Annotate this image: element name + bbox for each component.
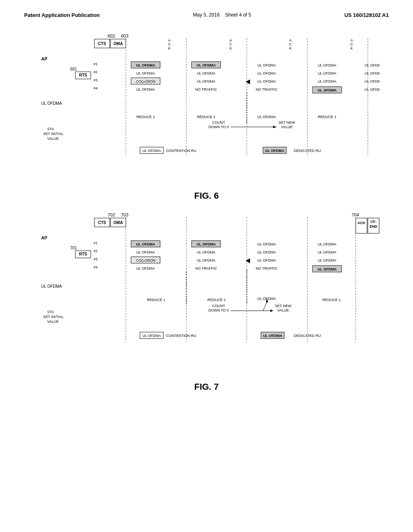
svg-text:RTS: RTS [79,252,87,256]
svg-text:ACK: ACK [357,221,365,225]
svg-text:UL OFDMA: UL OFDMA [257,115,276,119]
svg-text:UL OFDMA: UL OFDMA [136,71,155,75]
header-right: US 160/128102 A1 [344,12,389,18]
page-header: Patent Application Publication May 5, 20… [24,12,389,18]
header-left: Patent Application Publication [24,12,100,18]
svg-text:UL OFDMA: UL OFDMA [257,242,276,246]
svg-text:COUNT: COUNT [212,304,225,308]
svg-rect-85 [356,218,367,233]
svg-text:COUNT: COUNT [212,121,225,125]
svg-text:OMA: OMA [113,42,123,46]
svg-text:704: 704 [352,212,359,217]
svg-text:UL OFDMA: UL OFDMA [142,334,161,338]
svg-text:UL OFDMA: UL OFDMA [196,242,216,246]
svg-text:A: A [350,38,353,42]
header-center: May 5, 2016 Sheet 4 of 5 [193,12,251,18]
svg-text:UL OFDMA: UL OFDMA [136,250,155,254]
svg-text:UL OFDMA: UL OFDMA [265,149,284,153]
svg-text:C: C [229,42,232,46]
svg-text:#1: #1 [94,241,98,245]
svg-text:REDUCE 1: REDUCE 1 [147,298,165,302]
svg-text:REDUCE 1: REDUCE 1 [318,115,336,119]
svg-text:C: C [168,42,171,46]
svg-text:702: 702 [108,212,115,217]
svg-text:CONTENTION RU: CONTENTION RU [166,334,196,338]
svg-text:701: 701 [70,246,77,250]
svg-text:OMA: OMA [113,220,123,225]
svg-text:UL OFDMA: UL OFDMA [257,63,276,67]
svg-text:AP: AP [41,56,47,61]
svg-text:#3: #3 [94,257,98,261]
svg-text:UL OFDMA: UL OFDMA [197,71,215,75]
svg-text:603: 603 [121,33,128,38]
svg-text:UL OFDMA: UL OFDMA [142,149,161,153]
svg-text:UL OFDMA: UL OFDMA [365,79,380,83]
svg-text:UL OFDMA: UL OFDMA [318,242,336,246]
svg-text:#2: #2 [94,249,98,253]
svg-text:UL OFDMA: UL OFDMA [317,88,337,92]
svg-text:C: C [350,42,353,46]
figure-7-section: 702 703 704 CTS OMA ACK CF- END AP 701 R… [24,209,389,392]
svg-text:UL OFDMA: UL OFDMA [257,71,276,75]
svg-text:UL OFDMA: UL OFDMA [318,250,336,254]
svg-text:C: C [289,42,292,46]
svg-text:A: A [229,38,232,42]
svg-text:UL OFDMA: UL OFDMA [197,258,215,262]
svg-text:VALUE: VALUE [281,125,293,129]
svg-text:UL OFDMA: UL OFDMA [317,267,337,271]
svg-text:#2: #2 [94,70,98,74]
fig7-caption: FIG. 7 [24,382,389,392]
header-sheet: Sheet 4 of 5 [225,12,251,18]
svg-marker-67 [273,126,277,128]
svg-text:UL OFDMA: UL OFDMA [318,63,336,67]
svg-text:DOWN TO 0: DOWN TO 0 [209,125,229,129]
svg-text:UL OFDMA: UL OFDMA [136,266,155,270]
svg-text:UL OFDMA: UL OFDMA [318,258,336,262]
svg-text:DOWN TO 0: DOWN TO 0 [209,308,229,312]
svg-text:DEDICATED RU: DEDICATED RU [294,334,321,338]
svg-text:CONTENTION RU: CONTENTION RU [166,149,196,153]
svg-text:UL OFDMA: UL OFDMA [257,250,276,254]
svg-text:UL OFDMA: UL OFDMA [197,250,215,254]
svg-text:UL OFDMA: UL OFDMA [41,284,62,289]
svg-text:UL OFDMA: UL OFDMA [365,63,380,67]
svg-text:K: K [289,46,292,50]
svg-text:UL OFDMA: UL OFDMA [136,63,155,67]
svg-text:REDUCE 1: REDUCE 1 [197,115,215,119]
svg-text:UL OFDMA: UL OFDMA [197,79,215,83]
svg-text:END: END [369,224,378,229]
svg-marker-137 [270,310,273,312]
svg-text:REDUCE 1: REDUCE 1 [207,298,226,302]
svg-text:#4: #4 [94,265,98,269]
svg-text:602: 602 [108,33,115,38]
svg-text:VALUE: VALUE [47,137,59,141]
svg-marker-46 [246,79,250,84]
svg-text:NO TRAFFIC: NO TRAFFIC [195,266,217,270]
svg-text:NO TRAFFIC: NO TRAFFIC [195,87,217,91]
svg-text:STA: STA [47,310,54,314]
svg-text:703: 703 [121,212,128,217]
svg-text:AP: AP [41,235,47,240]
svg-text:UL OFDMA: UL OFDMA [263,334,282,338]
svg-text:STA: STA [47,127,54,131]
svg-text:RTS: RTS [79,73,87,77]
svg-text:UL OFDMA: UL OFDMA [318,71,336,75]
page: Patent Application Publication May 5, 20… [0,0,413,532]
svg-text:NO TRAFFIC: NO TRAFFIC [256,266,277,270]
svg-text:A: A [168,38,171,42]
header-date: May 5, 2016 [193,12,220,18]
svg-text:#4: #4 [94,86,98,90]
svg-text:K: K [229,46,232,50]
svg-text:SET INITIAL: SET INITIAL [43,315,63,319]
svg-text:601: 601 [70,67,77,71]
svg-text:#1: #1 [94,62,98,66]
svg-text:DEDICATED RU: DEDICATED RU [294,149,321,153]
svg-text:UL OFDMA: UL OFDMA [41,101,62,106]
svg-text:K: K [350,46,353,50]
svg-text:UL OFDMA: UL OFDMA [136,242,155,246]
svg-text:K: K [168,46,171,50]
svg-text:#3: #3 [94,78,98,82]
svg-text:UL OFDMA: UL OFDMA [365,87,380,91]
figure-7-diagram: 702 703 704 CTS OMA ACK CF- END AP 701 R… [33,209,380,378]
svg-text:COLLISION: COLLISION [136,258,156,262]
